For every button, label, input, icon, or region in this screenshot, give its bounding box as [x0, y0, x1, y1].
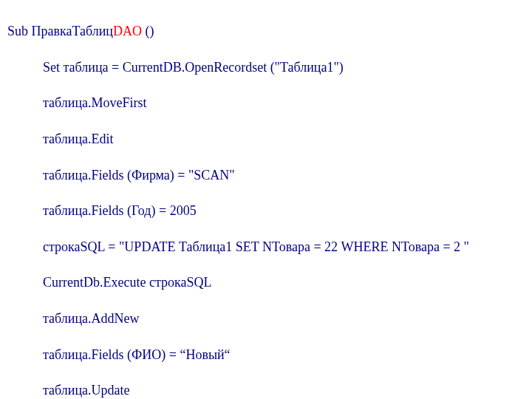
code-line: CurrentDb.Execute строкаSQL — [7, 273, 525, 291]
code-line: таблица.Edit — [7, 130, 525, 148]
code-line: таблица.AddNew — [7, 310, 525, 327]
code-listing: Sub ПравкаТаблицDAO () Set таблица = Cur… — [0, 0, 532, 399]
code-line: таблица.Fields (ФИО) = “Новый“ — [7, 346, 525, 364]
code-text: () — [142, 24, 154, 38]
code-line: таблица.Fields (Год) = 2005 — [7, 202, 525, 219]
code-line: строкаSQL = "UPDATE Таблица1 SET NТовара… — [7, 238, 525, 256]
code-text: Sub ПравкаТаблиц — [7, 24, 113, 38]
code-line: Sub ПравкаТаблицDAO () — [7, 22, 525, 40]
code-line: таблица.MoveFirst — [7, 94, 525, 112]
code-text-emphasis: DAO — [113, 24, 142, 38]
code-line: таблица.Fields (Фирма) = "SCAN" — [7, 166, 525, 184]
code-line: Set таблица = CurrentDB.OpenRecordset ("… — [7, 58, 525, 76]
code-line: таблица.Update — [7, 381, 525, 399]
